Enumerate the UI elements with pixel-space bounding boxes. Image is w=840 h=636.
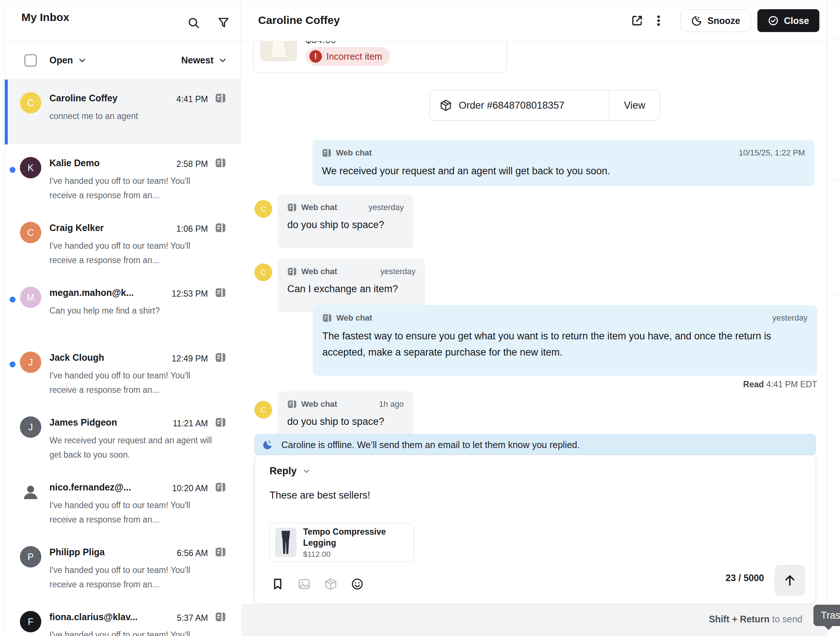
message-body: do you ship to space? xyxy=(287,413,404,430)
view-order-button[interactable]: View xyxy=(609,91,660,120)
message-thread: $54.00 ! Incorrect item Order #684870801… xyxy=(241,41,827,604)
conversation-name: James Pidgeon xyxy=(49,417,117,428)
conversation-header: Caroline Coffey z xyxy=(241,0,827,41)
sort-dropdown[interactable]: Newest xyxy=(181,55,227,66)
close-label: Close xyxy=(784,16,809,26)
reply-mode-dropdown[interactable]: Reply xyxy=(270,465,311,477)
shortcut-text: to send xyxy=(770,614,802,624)
channel-label: Web chat xyxy=(336,313,372,323)
web-chat-icon xyxy=(322,313,332,323)
attach-image-icon[interactable] xyxy=(298,578,311,591)
conversation-preview: I've handed you off to our team! You'll … xyxy=(49,239,215,268)
select-all-checkbox[interactable] xyxy=(24,54,37,67)
composer-toolbar xyxy=(271,578,364,591)
channel-label: Web chat xyxy=(301,400,337,409)
conversation-list-item[interactable]: J Jack Clough 12:49 PM I've handed you o… xyxy=(5,339,241,404)
avatar: J xyxy=(20,416,41,438)
avatar: M xyxy=(20,287,41,308)
web-chat-icon xyxy=(287,203,297,212)
conversation-time: 12:53 PM xyxy=(172,289,208,299)
unread-dot xyxy=(9,362,16,367)
unread-dot xyxy=(9,297,16,302)
conversation-name: Jack Clough xyxy=(49,352,104,363)
close-button[interactable]: Close xyxy=(757,9,819,32)
reply-mode-label: Reply xyxy=(270,465,297,477)
message-timestamp: yesterday xyxy=(381,267,415,276)
conversation-title: Caroline Coffey xyxy=(258,14,340,27)
customer-avatar: C xyxy=(254,263,272,281)
conversation-list-item[interactable]: M megan.mahon@k... 12:53 PM Can you help… xyxy=(5,274,241,339)
order-chip[interactable]: Order #6848708018357 View xyxy=(429,90,660,121)
read-label: Read xyxy=(743,379,764,389)
svg-text:z: z xyxy=(268,439,271,444)
conversation-list-item[interactable]: K Kalie Demo 2:58 PM I've handed you off… xyxy=(5,145,241,209)
conversation-list-item[interactable]: C Craig Kelker 1:06 PM I've handed you o… xyxy=(5,209,241,274)
incorrect-item-badge: ! Incorrect item xyxy=(306,47,390,66)
order-item-card: $54.00 ! Incorrect item xyxy=(253,41,507,73)
offline-moon-icon: z xyxy=(262,439,273,450)
attached-product-card[interactable]: Tempo Compressive Legging $112.00 xyxy=(270,523,414,562)
web-chat-channel-icon xyxy=(215,93,226,104)
channel-label: Web chat xyxy=(301,203,337,212)
conversation-preview: I've handed you off to our team! You'll … xyxy=(49,174,215,203)
macro-bookmark-icon[interactable] xyxy=(271,578,284,591)
message-timestamp: yesterday xyxy=(772,313,808,323)
send-shortcut-hint: Shift + Return to send xyxy=(709,614,802,625)
list-controls: Open Newest xyxy=(5,42,241,79)
conversation-preview: I've handed you off to our team! You'll … xyxy=(49,628,215,636)
agent-message: Web chat 10/15/25, 1:22 PM We received y… xyxy=(312,140,815,186)
conversation-time: 5:37 AM xyxy=(177,613,208,623)
right-rail xyxy=(827,0,840,636)
agent-message: Web chat yesterday The fastest way to en… xyxy=(313,305,817,376)
conversation-time: 10:20 AM xyxy=(172,483,208,493)
web-chat-icon xyxy=(287,400,297,409)
conversation-time: 11:21 AM xyxy=(173,419,208,428)
svg-text:z: z xyxy=(697,16,699,20)
conversation-name: megan.mahon@k... xyxy=(49,287,134,298)
conversation-name: nico.fernandez@... xyxy=(49,482,131,493)
message-body: The fastest way to ensure you get what y… xyxy=(322,328,808,361)
more-options-kebab-icon[interactable] xyxy=(651,13,667,29)
avatar-initial: J xyxy=(28,357,33,368)
status-filter-label: Open xyxy=(49,55,73,66)
chevron-down-icon xyxy=(77,56,87,65)
customer-avatar: C xyxy=(254,200,272,218)
status-filter-dropdown[interactable]: Open xyxy=(49,55,87,66)
conversation-list-item[interactable]: P Philipp Pliga 6:56 AM I've handed you … xyxy=(5,534,241,598)
open-in-new-icon[interactable] xyxy=(629,13,645,29)
product-title: Tempo Compressive xyxy=(303,526,386,537)
conversation-list-item[interactable]: nico.fernandez@... 10:20 AM I've handed … xyxy=(5,469,241,534)
customer-message: Web chat yesterday do you ship to space? xyxy=(278,195,414,248)
character-counter: 23 / 5000 xyxy=(726,573,764,583)
conversation-list-item[interactable]: F fiona.clarius@klav... 5:37 AM I've han… xyxy=(5,598,241,636)
inbox-sidebar: My Inbox Open Newest xyxy=(0,0,241,636)
emoji-icon[interactable] xyxy=(351,578,364,591)
send-button[interactable] xyxy=(774,565,805,596)
avatar: K xyxy=(20,157,41,178)
reply-composer: Reply These are best sellers! Tempo Comp… xyxy=(254,455,816,604)
conversation-list-item[interactable]: J James Pidgeon 11:21 AM We received you… xyxy=(5,404,241,469)
offline-notice-banner: z Caroline is offline. We’ll send them a… xyxy=(254,434,816,455)
web-chat-icon xyxy=(322,148,332,158)
insert-product-icon[interactable] xyxy=(324,578,337,591)
avatar-initial: C xyxy=(27,227,34,238)
filter-icon[interactable] xyxy=(217,16,230,30)
message-body: do you ship to space? xyxy=(287,217,404,233)
avatar-initial: F xyxy=(28,617,33,627)
customer-avatar: C xyxy=(254,401,272,419)
snooze-button[interactable]: z Snooze xyxy=(681,9,751,32)
avatar xyxy=(20,481,41,502)
order-number: Order #6848708018357 xyxy=(459,100,565,111)
avatar: F xyxy=(20,611,41,632)
order-chip-label-section[interactable]: Order #6848708018357 xyxy=(430,91,609,120)
conversation-list-item[interactable]: C Caroline Coffey 4:41 PM connect me to … xyxy=(5,80,241,145)
shortcut-keys: Shift + Return xyxy=(709,614,770,624)
conversation-time: 4:41 PM xyxy=(176,94,208,104)
arrow-up-icon xyxy=(783,573,797,587)
search-icon[interactable] xyxy=(187,16,200,30)
message-timestamp: 10/15/25, 1:22 PM xyxy=(739,148,805,158)
composer-text-input[interactable]: These are best sellers! xyxy=(270,490,370,501)
web-chat-channel-icon xyxy=(215,611,226,622)
product-image xyxy=(261,41,297,61)
conversation-preview: connect me to an agent xyxy=(49,109,215,123)
